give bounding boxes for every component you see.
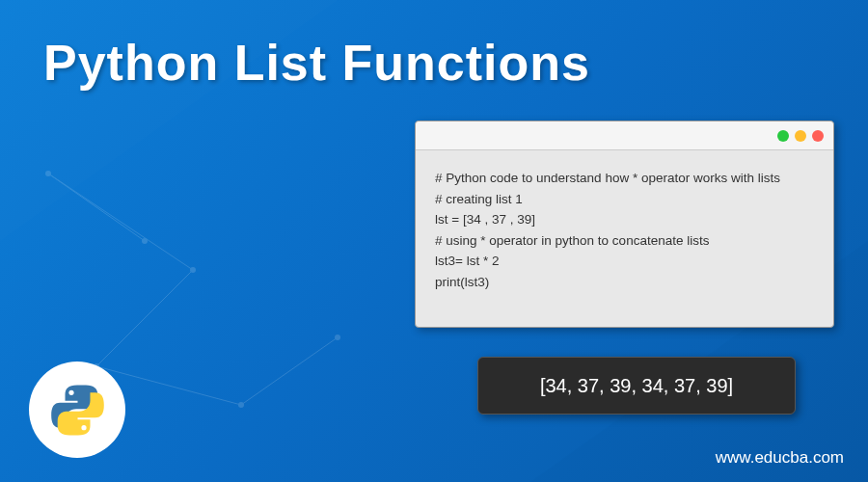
code-content: # Python code to understand how * operat… <box>416 150 833 310</box>
code-window: # Python code to understand how * operat… <box>415 120 834 328</box>
svg-point-6 <box>190 267 196 273</box>
svg-line-1 <box>96 270 193 366</box>
code-line: # using * operator in python to concaten… <box>435 230 814 252</box>
code-line: lst3= lst * 2 <box>435 251 814 272</box>
website-url: www.educba.com <box>716 448 844 468</box>
svg-line-3 <box>241 337 338 405</box>
window-header <box>416 121 833 150</box>
window-control-close-icon <box>812 130 824 142</box>
svg-point-13 <box>68 389 73 394</box>
svg-line-0 <box>48 174 193 270</box>
svg-line-4 <box>48 174 145 241</box>
code-line: # creating list 1 <box>435 189 814 210</box>
svg-point-8 <box>238 402 244 408</box>
window-control-minimize-icon <box>777 130 789 142</box>
svg-point-10 <box>142 238 148 244</box>
output-text: [34, 37, 39, 34, 37, 39] <box>540 375 733 397</box>
page-title: Python List Functions <box>43 34 590 92</box>
code-line: # Python code to understand how * operat… <box>435 168 814 189</box>
python-logo-container <box>29 362 125 458</box>
svg-point-5 <box>45 171 51 176</box>
svg-point-14 <box>81 425 86 430</box>
python-logo-icon <box>46 379 109 442</box>
code-line: print(lst3) <box>435 272 814 293</box>
output-box: [34, 37, 39, 34, 37, 39] <box>477 357 796 415</box>
window-control-maximize-icon <box>795 130 806 142</box>
svg-point-9 <box>335 335 340 340</box>
code-line: lst = [34 , 37 , 39] <box>435 209 814 230</box>
